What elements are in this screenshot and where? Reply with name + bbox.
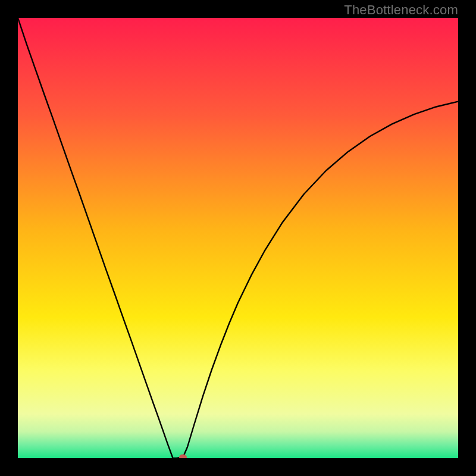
watermark-text: TheBottleneck.com bbox=[344, 2, 458, 18]
plot-svg bbox=[18, 18, 458, 458]
plot-background bbox=[18, 18, 458, 458]
chart-frame: TheBottleneck.com bbox=[0, 0, 476, 476]
plot-area bbox=[18, 18, 458, 458]
